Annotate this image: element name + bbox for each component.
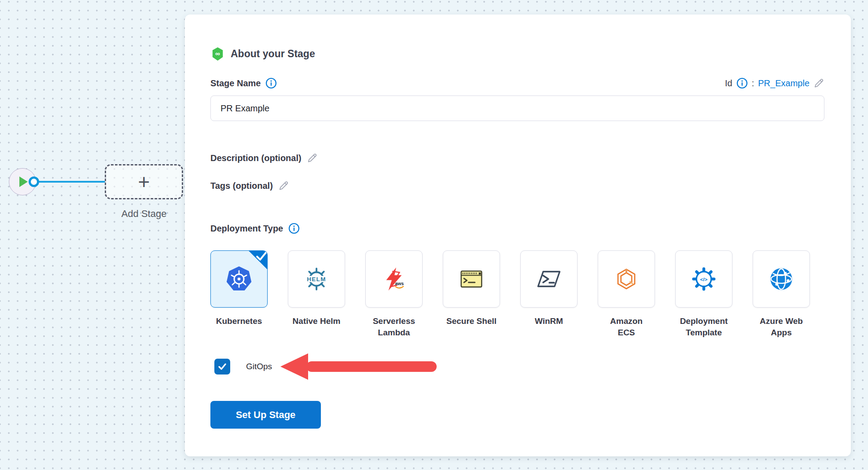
pipeline-edge [37, 181, 105, 183]
deployment-type-label-secure-shell: Secure Shell [446, 316, 497, 327]
serverless-lambda-icon: aws [381, 266, 407, 292]
deployment-type-serverless-lambda[interactable]: aws [365, 250, 423, 308]
set-up-stage-button[interactable]: Set Up Stage [210, 401, 321, 429]
deployment-type-label: Deployment Type [210, 224, 283, 234]
deployment-type-label-serverless-lambda: Serverless Lambda [373, 316, 415, 338]
id-separator: : [752, 78, 754, 88]
selected-check-icon [243, 250, 268, 275]
id-label: Id [725, 78, 732, 88]
deployment-type-deployment-template[interactable]: </> [675, 250, 732, 308]
deployment-type-label-azure-web-apps: Azure Web Apps [760, 316, 803, 338]
stage-name-label: Stage Name [210, 78, 261, 88]
secure-shell-icon [458, 265, 485, 293]
helm-icon: HELM [303, 265, 330, 293]
info-icon[interactable] [288, 223, 300, 234]
add-stage-label: Add Stage [105, 208, 183, 220]
deployment-type-label-kubernetes: Kubernetes [216, 316, 262, 327]
edit-id-icon[interactable] [813, 78, 824, 89]
check-icon [217, 362, 227, 371]
stage-name-input[interactable] [210, 95, 824, 121]
gitops-checkbox[interactable] [214, 359, 230, 375]
amazon-ecs-icon [613, 265, 640, 293]
deployment-type-grid: Kubernetes HELM [210, 250, 824, 338]
deployment-type-azure-web-apps[interactable] [753, 250, 810, 308]
deployment-template-icon: </> [690, 265, 717, 293]
stage-id-value: PR_Example [758, 78, 809, 88]
azure-web-apps-icon [768, 265, 795, 293]
deployment-type-label-winrm: WinRM [535, 316, 563, 327]
gitops-label[interactable]: GitOps [246, 362, 272, 371]
svg-text:HELM: HELM [307, 276, 326, 283]
add-stage-button[interactable]: + [105, 164, 183, 199]
play-icon [19, 176, 28, 187]
panel-header: ∞ About your Stage [210, 46, 824, 61]
pipeline-canvas: + Add Stage ∞ About your Stage Stage Nam… [0, 0, 868, 470]
deployment-type-winrm[interactable] [520, 250, 577, 308]
node-connector-port[interactable] [29, 176, 39, 187]
winrm-icon [535, 265, 563, 293]
deployment-type-secure-shell[interactable] [443, 250, 500, 308]
annotation-arrow-icon [279, 352, 439, 381]
deployment-type-label-deployment-template: Deployment Template [680, 316, 728, 338]
svg-text:</>: </> [700, 276, 708, 282]
info-icon[interactable] [736, 77, 748, 89]
deployment-type-label-amazon-ecs: Amazon ECS [610, 316, 643, 338]
info-icon[interactable] [265, 77, 277, 89]
deployment-type-amazon-ecs[interactable] [598, 250, 655, 308]
description-label: Description (optional) [210, 153, 302, 163]
plus-icon: + [138, 172, 150, 192]
svg-text:aws: aws [395, 281, 404, 286]
cd-stage-icon: ∞ [210, 47, 225, 61]
svg-text:∞: ∞ [215, 50, 220, 57]
deployment-type-kubernetes[interactable] [210, 250, 268, 308]
edit-description-icon[interactable] [307, 153, 318, 164]
edit-tags-icon[interactable] [278, 180, 289, 191]
stage-id-row: Id : PR_Example [725, 77, 824, 89]
tags-label: Tags (optional) [210, 181, 273, 191]
deployment-type-label-native-helm: Native Helm [293, 316, 341, 327]
deployment-type-native-helm[interactable]: HELM [288, 250, 345, 308]
page-title: About your Stage [231, 48, 315, 60]
about-stage-panel: ∞ About your Stage Stage Name Id [185, 15, 851, 456]
